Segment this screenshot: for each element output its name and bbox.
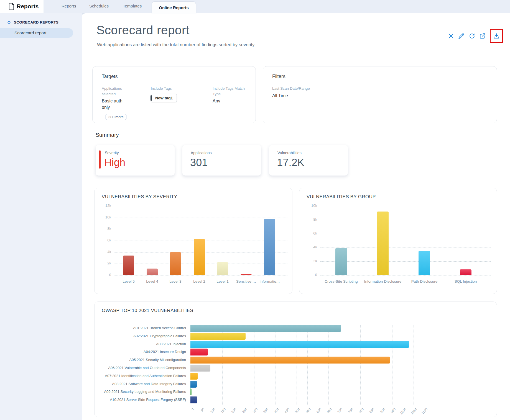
row-label: A03:2021 Injection xyxy=(95,342,186,346)
gridline xyxy=(320,206,491,206)
severity-summary-card: Severity High xyxy=(96,145,175,176)
gridline xyxy=(114,275,288,275)
vulnerabilities-by-severity-chart: VULNERABILITIES BY SEVERITY 02k4k6k8k10k… xyxy=(94,188,292,294)
bar-A08:2021 Software and Data Integrity Failures[interactable] xyxy=(190,381,197,388)
page-title: Scorecard report xyxy=(96,23,190,37)
x-axis-tick: 350 xyxy=(263,408,269,414)
bar-A10:2021 Server Side Request Forgery (SSRF)[interactable] xyxy=(190,396,197,403)
vulnerabilities-summary-card: Vulnerabilities 17.2K xyxy=(269,145,348,176)
owasp-top10-chart: OWASP TOP 10 2021 VULNERABILITIES 050100… xyxy=(94,302,497,417)
bar-Cross-Site Scripting[interactable] xyxy=(335,248,347,275)
row-label: A05:2021 Security Misconfiguration xyxy=(95,358,186,362)
tab-templates[interactable]: Templates xyxy=(123,4,142,8)
bar-A07:2021 Identification and Authentication Failures[interactable] xyxy=(190,373,198,380)
sidebar-item-scorecard-report[interactable]: Scorecard report xyxy=(0,28,73,38)
gridline xyxy=(114,229,288,229)
gridline xyxy=(320,275,491,275)
row-label: A10:2021 Server Side Request Forgery (SS… xyxy=(95,398,186,402)
x-axis-tick: 950 xyxy=(390,408,396,414)
gridline xyxy=(114,206,288,206)
gridline xyxy=(320,234,491,234)
tab-schedules[interactable]: Schedules xyxy=(89,4,109,8)
bar-A01:2021 Broken Access Control[interactable] xyxy=(190,325,341,332)
gridline xyxy=(328,325,329,405)
x-axis-tick: 900 xyxy=(379,408,386,414)
gridline xyxy=(360,325,361,405)
bar-Informatio…[interactable] xyxy=(264,219,275,275)
pencil-icon xyxy=(458,32,465,40)
x-axis-tick: 650 xyxy=(327,408,333,414)
more-applications-badge[interactable]: 300 more xyxy=(106,114,126,120)
x-axis-tick: 400 xyxy=(273,408,279,414)
open-in-new-button[interactable] xyxy=(479,32,486,40)
bar-A02:2021 Cryptographic Failures[interactable] xyxy=(190,333,246,340)
bar-Level 5[interactable] xyxy=(123,256,134,275)
document-icon xyxy=(8,3,14,11)
last-scan-date-range-label: Last Scan Date/Range xyxy=(272,86,333,91)
group-chart-plot: 02k4k6k8k10kCross-Site ScriptingInformat… xyxy=(299,188,497,294)
close-icon xyxy=(447,32,455,40)
bar-Path Disclosure[interactable] xyxy=(419,251,430,275)
tab-online-reports-label: Online Reports xyxy=(152,5,196,10)
x-axis-tick: 700 xyxy=(337,408,343,414)
filters-heading: Filters xyxy=(272,74,285,79)
bar-Level 3[interactable] xyxy=(170,252,181,275)
report-actions xyxy=(447,29,503,43)
gridline xyxy=(392,325,392,405)
include-tags-match-type-label: Include Tags Match Type xyxy=(213,86,250,97)
gridline xyxy=(320,248,491,248)
close-button[interactable] xyxy=(447,32,455,40)
bar-SQL Injection[interactable] xyxy=(460,269,471,275)
y-axis-tick: 2k xyxy=(95,261,111,265)
bar-A05:2021 Security Misconfiguration[interactable] xyxy=(190,357,390,364)
bar-A03:2021 Injection[interactable] xyxy=(190,341,409,348)
y-axis-tick: 0 xyxy=(95,273,111,277)
severity-chart-plot: 02k4k6k8k10k12kLevel 5Level 4Level 3Leve… xyxy=(95,188,292,294)
edit-button[interactable] xyxy=(458,32,465,40)
bar-A06:2021 Vulnerable and Outdated Components[interactable] xyxy=(190,365,210,372)
bar-Level 1[interactable] xyxy=(217,262,228,275)
x-axis-line xyxy=(188,405,426,405)
x-axis-category: SQL Injection xyxy=(442,279,489,284)
x-axis-tick: 750 xyxy=(348,408,354,414)
y-axis-tick: 4k xyxy=(95,250,111,254)
y-axis-tick: 12k xyxy=(95,203,111,208)
x-axis-category: Cross-Site Scripting xyxy=(318,279,365,284)
y-axis-tick: 4k xyxy=(299,245,317,249)
bar-A09:2021 Security Logging and Monitoring Failures[interactable] xyxy=(190,388,192,395)
tab-reports[interactable]: Reports xyxy=(62,4,76,8)
gridline xyxy=(339,325,339,405)
y-axis-tick: 8k xyxy=(95,226,111,231)
bar-Sensitive …[interactable] xyxy=(241,274,252,275)
x-axis-tick: 850 xyxy=(369,408,375,414)
severity-label: Severity xyxy=(105,151,119,155)
gridline xyxy=(265,325,265,405)
open-in-new-icon xyxy=(479,32,486,40)
download-button[interactable] xyxy=(493,32,500,40)
sidebar-section-scorecard-reports[interactable]: SCORECARD REPORTS xyxy=(7,20,58,25)
x-axis-tick: 450 xyxy=(284,408,290,414)
x-axis-tick: 1050 xyxy=(410,408,418,415)
gridline xyxy=(307,325,308,405)
main-panel: Scorecard report Web applications are li… xyxy=(82,13,510,420)
tab-online-reports[interactable]: Online Reports xyxy=(152,2,196,14)
x-axis-category: Information Disclosure xyxy=(359,279,406,284)
owasp-chart-plot: 0501001502002503003504004505005506006507… xyxy=(95,302,497,417)
gridline xyxy=(382,325,382,405)
severity-value: High xyxy=(104,157,125,168)
refresh-button[interactable] xyxy=(468,32,476,40)
gridline xyxy=(286,325,286,405)
bar-A04:2021 Insecure Design[interactable] xyxy=(190,349,208,355)
bar-Information Disclosure[interactable] xyxy=(377,212,389,275)
bar-Level 2[interactable] xyxy=(194,239,205,275)
x-axis-tick: 50 xyxy=(200,408,205,413)
bar-Level 4[interactable] xyxy=(147,269,158,275)
row-label: A04:2021 Insecure Design xyxy=(95,350,186,354)
x-axis-category: Path Disclosure xyxy=(401,279,448,284)
x-axis-tick: 550 xyxy=(305,408,311,414)
y-axis-tick: 8k xyxy=(299,217,317,221)
gridline xyxy=(254,325,254,405)
x-axis-tick: 600 xyxy=(316,408,322,414)
x-axis-tick: 100 xyxy=(210,408,216,414)
download-highlight-box xyxy=(490,29,503,43)
